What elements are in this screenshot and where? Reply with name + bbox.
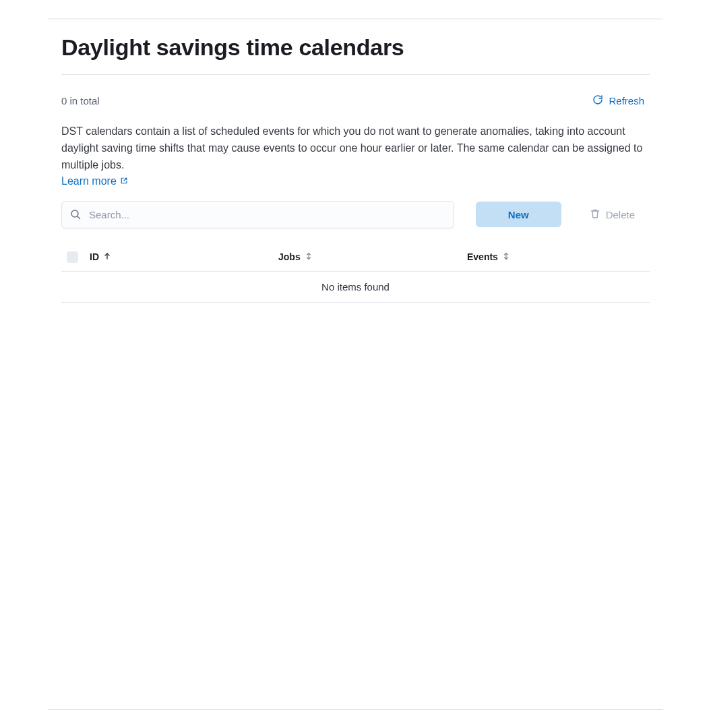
column-header-jobs[interactable]: Jobs <box>278 251 467 262</box>
search-input[interactable] <box>61 201 454 229</box>
column-id-label: ID <box>90 251 99 262</box>
new-button[interactable]: New <box>476 202 561 227</box>
calendars-table: ID Jobs Eve <box>61 245 650 303</box>
delete-label: Delete <box>606 209 635 220</box>
column-header-id[interactable]: ID <box>90 251 278 262</box>
page-description: DST calendars contain a list of schedule… <box>61 123 650 173</box>
select-all-checkbox[interactable] <box>67 251 90 263</box>
column-jobs-label: Jobs <box>278 251 301 262</box>
title-divider <box>61 74 650 75</box>
search-field[interactable] <box>61 201 454 229</box>
sort-neutral-icon <box>502 251 510 262</box>
trash-icon <box>590 208 600 221</box>
sort-ascending-icon <box>103 251 111 262</box>
column-events-label: Events <box>467 251 498 262</box>
refresh-icon <box>592 94 603 107</box>
learn-more-label: Learn more <box>61 175 117 187</box>
sort-neutral-icon <box>305 251 313 262</box>
table-header-row: ID Jobs Eve <box>61 245 650 272</box>
delete-button[interactable]: Delete <box>583 208 650 221</box>
refresh-button[interactable]: Refresh <box>592 94 650 107</box>
column-header-events[interactable]: Events <box>467 251 644 262</box>
page-title: Daylight savings time calendars <box>61 32 650 62</box>
top-divider <box>48 18 663 20</box>
footer-divider <box>48 709 663 710</box>
external-link-icon <box>120 175 128 187</box>
table-empty-message: No items found <box>61 272 650 303</box>
learn-more-link[interactable]: Learn more <box>61 175 128 187</box>
refresh-label: Refresh <box>609 95 644 107</box>
total-count-label: 0 in total <box>61 95 100 107</box>
